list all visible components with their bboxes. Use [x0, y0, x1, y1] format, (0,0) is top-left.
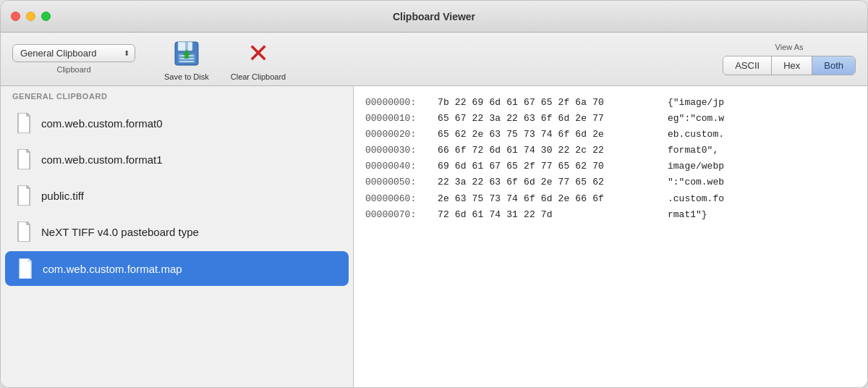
- toolbar-actions: Save to Disk ✕ Clear Clipboard: [164, 38, 286, 81]
- hex-address: 00000010:: [365, 111, 438, 127]
- hex-bytes: 2e 63 75 73 74 6f 6d 2e 66 6f: [438, 191, 662, 207]
- sidebar-header: GENERAL CLIPBOARD: [1, 86, 353, 105]
- close-button[interactable]: [11, 12, 20, 21]
- file-icon: [15, 222, 33, 242]
- maximize-button[interactable]: [41, 12, 51, 21]
- hex-ascii: eb.custom.: [662, 127, 724, 143]
- both-button[interactable]: Both: [812, 56, 855, 75]
- hex-address: 00000060:: [365, 191, 438, 207]
- item-name-tiff: public.tiff: [41, 190, 84, 202]
- view-as-buttons: ASCII Hex Both: [723, 56, 856, 75]
- ascii-button[interactable]: ASCII: [723, 56, 772, 75]
- hex-row: 00000060:2e 63 75 73 74 6f 6d 2e 66 6f.c…: [365, 191, 856, 207]
- hex-bytes: 66 6f 72 6d 61 74 30 22 2c 22: [438, 143, 662, 159]
- hex-ascii: {"image/jp: [662, 95, 724, 111]
- hex-viewer: 00000000:7b 22 69 6d 61 67 65 2f 6a 70{"…: [354, 86, 867, 387]
- hex-bytes: 72 6d 61 74 31 22 7d: [438, 207, 662, 223]
- hex-address: 00000050:: [365, 174, 438, 190]
- hex-row: 00000010:65 67 22 3a 22 63 6f 6d 2e 77eg…: [365, 111, 856, 127]
- main-content: GENERAL CLIPBOARD com.web.custom.format0: [1, 86, 867, 387]
- sidebar-item-next-tiff[interactable]: NeXT TIFF v4.0 pasteboard type: [4, 214, 350, 249]
- clipboard-selector-group: General Clipboard Find Clipboard Drag Cl…: [12, 44, 135, 74]
- svg-rect-6: [179, 61, 194, 62]
- minimize-button[interactable]: [26, 12, 35, 21]
- save-icon: [171, 38, 203, 69]
- item-name-format-map: com.web.custom.format.map: [43, 263, 182, 275]
- hex-address: 00000030:: [365, 143, 438, 159]
- toolbar: General Clipboard Find Clipboard Drag Cl…: [1, 33, 867, 86]
- hex-ascii: ":"com.web: [662, 174, 724, 190]
- hex-row: 00000030:66 6f 72 6d 61 74 30 22 2c 22fo…: [365, 143, 856, 159]
- hex-address: 00000040:: [365, 159, 438, 174]
- hex-row: 00000050:22 3a 22 63 6f 6d 2e 77 65 62":…: [365, 174, 856, 190]
- hex-address: 00000000:: [365, 95, 438, 111]
- hex-row: 00000070:72 6d 61 74 31 22 7drmat1"}: [365, 207, 856, 223]
- hex-ascii: eg":"com.w: [662, 111, 724, 127]
- hex-ascii: rmat1"}: [662, 207, 707, 223]
- item-name-next-tiff: NeXT TIFF v4.0 pasteboard type: [41, 226, 199, 238]
- hex-address: 00000020:: [365, 127, 438, 143]
- svg-rect-8: [184, 55, 189, 59]
- clipboard-select-wrapper: General Clipboard Find Clipboard Drag Cl…: [12, 44, 135, 62]
- sidebar-item-tiff[interactable]: public.tiff: [4, 178, 350, 213]
- save-to-disk-button[interactable]: Save to Disk: [164, 38, 209, 81]
- title-bar: Clipboard Viewer: [1, 1, 867, 33]
- file-icon: [15, 113, 33, 133]
- hex-bytes: 22 3a 22 63 6f 6d 2e 77 65 62: [438, 174, 662, 190]
- save-label: Save to Disk: [164, 72, 209, 81]
- clipboard-label: Clipboard: [56, 65, 90, 74]
- view-as-group: View As ASCII Hex Both: [723, 43, 856, 75]
- hex-bytes: 65 67 22 3a 22 63 6f 6d 2e 77: [438, 111, 662, 127]
- sidebar-item-format-map[interactable]: com.web.custom.format.map: [5, 251, 349, 286]
- clear-icon: ✕: [242, 38, 274, 69]
- window-title: Clipboard Viewer: [393, 11, 475, 22]
- hex-row: 00000040:69 6d 61 67 65 2f 77 65 62 70im…: [365, 159, 856, 174]
- sidebar-item-format0[interactable]: com.web.custom.format0: [4, 106, 350, 140]
- hex-ascii: format0",: [662, 143, 718, 159]
- clear-label: Clear Clipboard: [231, 72, 286, 81]
- hex-ascii: image/webp: [662, 159, 724, 174]
- hex-ascii: .custom.fo: [662, 191, 724, 207]
- traffic-lights: [11, 12, 51, 21]
- hex-bytes: 65 62 2e 63 75 73 74 6f 6d 2e: [438, 127, 662, 143]
- view-as-label: View As: [775, 43, 804, 51]
- hex-row: 00000020:65 62 2e 63 75 73 74 6f 6d 2eeb…: [365, 127, 856, 143]
- hex-row: 00000000:7b 22 69 6d 61 67 65 2f 6a 70{"…: [365, 95, 856, 111]
- file-icon-active: [17, 258, 34, 279]
- clear-clipboard-button[interactable]: ✕ Clear Clipboard: [231, 38, 286, 81]
- hex-bytes: 7b 22 69 6d 61 67 65 2f 6a 70: [438, 95, 662, 111]
- hex-button[interactable]: Hex: [772, 56, 812, 75]
- item-name-format1: com.web.custom.format1: [41, 153, 163, 166]
- hex-address: 00000070:: [365, 207, 438, 223]
- hex-bytes: 69 6d 61 67 65 2f 77 65 62 70: [438, 159, 662, 174]
- item-name-format0: com.web.custom.format0: [41, 117, 163, 130]
- file-icon: [15, 185, 33, 206]
- file-icon: [15, 149, 33, 169]
- sidebar-item-format1[interactable]: com.web.custom.format1: [4, 142, 350, 177]
- sidebar: GENERAL CLIPBOARD com.web.custom.format0: [1, 86, 354, 387]
- clipboard-select[interactable]: General Clipboard Find Clipboard Drag Cl…: [12, 44, 135, 62]
